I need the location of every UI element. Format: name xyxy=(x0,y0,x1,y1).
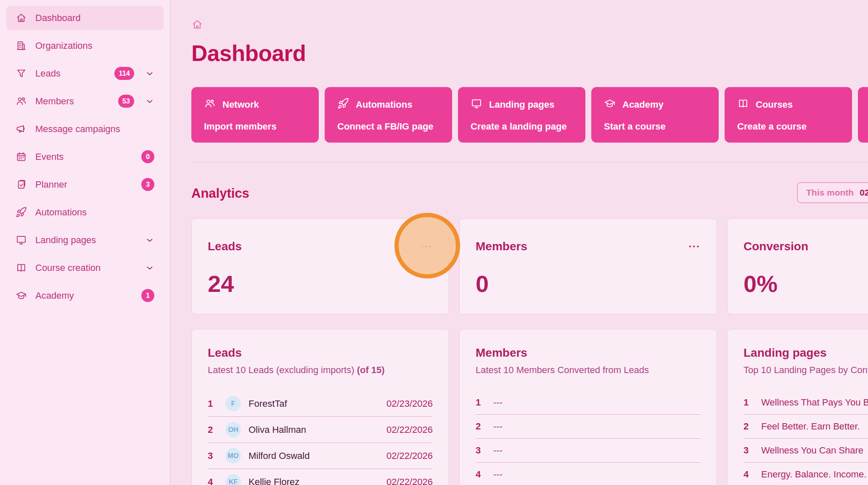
breadcrumb-home-icon[interactable] xyxy=(191,19,203,32)
row-number: 4 xyxy=(208,477,218,485)
sidebar-item-academy[interactable]: Academy 1 xyxy=(6,284,164,307)
avatar: MO xyxy=(225,448,241,464)
lead-row[interactable]: 4 KF Kellie Florez 02/22/2026 xyxy=(208,469,433,485)
sidebar-item-organizations[interactable]: Organizations xyxy=(6,34,164,58)
row-number: 3 xyxy=(476,445,486,456)
period-label: This month xyxy=(806,188,854,198)
quick-action-title: Courses xyxy=(756,99,793,110)
stat-title: Members xyxy=(476,240,527,253)
quick-action-subtitle: Start a course xyxy=(604,121,706,132)
sidebar-item-label: Dashboard xyxy=(35,13,154,24)
member-placeholder: --- xyxy=(493,421,503,432)
row-number: 1 xyxy=(744,397,754,408)
quick-action-network[interactable]: Network Import members xyxy=(191,87,319,143)
avatar: KF xyxy=(225,474,241,485)
stat-value: 0 xyxy=(476,270,701,297)
sidebar-item-events[interactable]: Events 0 xyxy=(6,145,164,169)
landing-page-title: Wellness That Pays You Back xyxy=(761,397,868,408)
quick-action-academy[interactable]: Academy Start a course xyxy=(591,87,719,143)
building-icon xyxy=(16,40,27,51)
leads-count-badge: 114 xyxy=(114,67,134,80)
sidebar-item-landing-pages[interactable]: Landing pages xyxy=(6,228,164,252)
row-number: 1 xyxy=(476,397,486,408)
quick-action-landing-pages[interactable]: Landing pages Create a landing page xyxy=(458,87,585,143)
sidebar-item-leads[interactable]: Leads 114 xyxy=(6,61,164,85)
lead-date: 02/23/2026 xyxy=(386,398,433,409)
landing-page-row[interactable]: 3 Wellness You Can Share xyxy=(744,439,868,463)
period-selector[interactable]: This month 02/0 xyxy=(797,182,868,203)
planner-count-badge: 3 xyxy=(141,178,154,191)
home-icon xyxy=(16,12,27,24)
quick-action-partial[interactable]: C xyxy=(858,87,868,143)
members-rows: 1 --- 2 --- 3 --- 4 --- xyxy=(476,391,701,485)
member-placeholder: --- xyxy=(493,397,503,408)
member-row[interactable]: 2 --- xyxy=(476,415,701,439)
row-number: 4 xyxy=(744,469,754,480)
row-number: 2 xyxy=(208,424,218,435)
sidebar-item-label: Message campaigns xyxy=(35,124,154,135)
page-title: Dashboard xyxy=(191,40,868,66)
stat-card-members: Members ••• 0 xyxy=(459,218,717,314)
member-placeholder: --- xyxy=(493,445,503,456)
quick-actions-row: Network Import members Automations Conne… xyxy=(191,87,868,143)
sidebar-item-label: Planner xyxy=(35,179,133,190)
sidebar-item-label: Events xyxy=(35,151,133,162)
quick-action-title: Landing pages xyxy=(489,99,554,110)
more-menu-button[interactable]: ••• xyxy=(689,241,701,252)
row-number: 2 xyxy=(476,421,486,432)
stat-value: 24 xyxy=(208,270,433,297)
rocket-icon xyxy=(16,207,27,218)
sidebar-item-course-creation[interactable]: Course creation xyxy=(6,256,164,280)
list-subtitle: Top 10 Landing Pages by Convers xyxy=(744,365,868,376)
chevron-down-icon[interactable] xyxy=(145,263,154,273)
member-row[interactable]: 4 --- xyxy=(476,463,701,485)
list-title: Members xyxy=(476,346,701,360)
lead-name: ForestTaf xyxy=(249,398,379,409)
graduation-cap-icon xyxy=(604,98,616,112)
sidebar-item-automations[interactable]: Automations xyxy=(6,200,164,224)
open-book-icon xyxy=(737,98,749,112)
list-subtitle: Latest 10 Leads (excluding imports) (of … xyxy=(208,365,433,376)
landing-page-row[interactable]: 4 Energy. Balance. Income. xyxy=(744,463,868,485)
lead-row[interactable]: 1 F ForestTaf 02/23/2026 xyxy=(208,391,433,417)
lead-name: Kellie Florez xyxy=(249,477,379,485)
chevron-down-icon[interactable] xyxy=(145,69,154,78)
sidebar-item-label: Academy xyxy=(35,290,133,301)
more-menu-button[interactable]: ••• xyxy=(421,241,433,252)
row-number: 2 xyxy=(744,421,754,432)
lead-row[interactable]: 3 MO Milford Oswald 02/22/2026 xyxy=(208,443,433,469)
landing-page-title: Energy. Balance. Income. xyxy=(761,469,866,480)
sidebar-item-planner[interactable]: Planner 3 xyxy=(6,172,164,196)
sidebar-item-members[interactable]: Members 53 xyxy=(6,89,164,113)
landing-page-row[interactable]: 2 Feel Better. Earn Better. xyxy=(744,415,868,439)
quick-action-subtitle: Connect a FB/IG page xyxy=(337,121,439,132)
list-title: Leads xyxy=(208,346,433,360)
stats-row: Leads ••• 24 Members ••• 0 Conversion 0% xyxy=(191,218,868,314)
quick-action-subtitle: Create a landing page xyxy=(471,121,573,132)
sidebar-item-dashboard[interactable]: Dashboard xyxy=(6,6,164,30)
clipboard-check-icon xyxy=(16,179,27,190)
quick-action-courses[interactable]: Courses Create a course xyxy=(725,87,852,143)
chevron-down-icon[interactable] xyxy=(145,97,154,106)
landing-page-row[interactable]: 1 Wellness That Pays You Back xyxy=(744,391,868,415)
list-subtitle-text: Latest 10 Leads (excluding imports) xyxy=(208,365,357,375)
section-divider xyxy=(191,162,868,162)
events-count-badge: 0 xyxy=(141,150,154,163)
sidebar-item-label: Landing pages xyxy=(35,235,134,246)
people-icon xyxy=(204,98,216,112)
sidebar-item-message-campaigns[interactable]: Message campaigns xyxy=(6,117,164,141)
sidebar-item-label: Course creation xyxy=(35,262,134,273)
monitor-icon xyxy=(16,234,27,246)
list-title: Landing pages xyxy=(744,346,868,360)
landing-pages-list-card: Landing pages Top 10 Landing Pages by Co… xyxy=(727,329,868,485)
chevron-down-icon[interactable] xyxy=(145,236,154,245)
avatar: F xyxy=(225,396,241,411)
analytics-header: Analytics This month 02/0 xyxy=(191,184,868,203)
member-row[interactable]: 3 --- xyxy=(476,439,701,463)
quick-action-automations[interactable]: Automations Connect a FB/IG page xyxy=(325,87,452,143)
sidebar-item-label: Leads xyxy=(35,68,106,79)
row-number: 3 xyxy=(208,451,218,461)
lead-row[interactable]: 2 OH Oliva Hallman 02/22/2026 xyxy=(208,417,433,443)
quick-action-title: Automations xyxy=(356,99,412,110)
member-row[interactable]: 1 --- xyxy=(476,391,701,415)
